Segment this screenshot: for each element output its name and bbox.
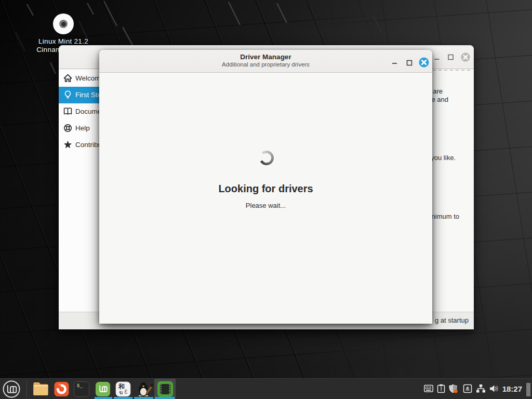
svg-text:和: 和 bbox=[118, 383, 125, 390]
svg-text:_: _ bbox=[79, 384, 83, 389]
svg-text:$: $ bbox=[77, 383, 79, 389]
svg-text:ฆ: ฆ bbox=[119, 390, 123, 395]
svg-text:Ɛ: Ɛ bbox=[125, 389, 128, 395]
svg-text:!: ! bbox=[441, 387, 442, 392]
